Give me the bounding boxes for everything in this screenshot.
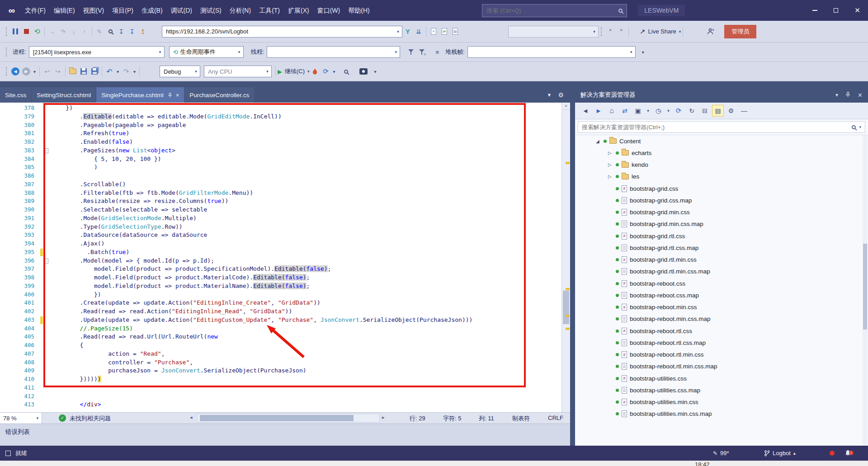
add-user-button[interactable] [705, 26, 716, 38]
indent-mode[interactable]: 制表符 [512, 414, 530, 423]
tree-file-row[interactable]: bootstrap-reboot.min.css.map [575, 313, 863, 325]
redo-navigation-button[interactable]: ↪ [52, 66, 63, 77]
tree-file-row[interactable]: bootstrap-grid.min.css.map [575, 218, 863, 230]
download-all-button[interactable]: ↧ [127, 26, 137, 38]
code-line[interactable]: 409 purchaseJson = JsonConvert.Serialize… [0, 367, 561, 375]
panel-splitter[interactable] [570, 81, 575, 446]
chevron-down-icon[interactable]: ▾ [859, 125, 861, 129]
pending-changes-filter-button[interactable]: ◷ [652, 105, 664, 117]
tab-options-button[interactable]: ⚙ [558, 91, 564, 99]
document-tab[interactable]: SettingStruct.cshtml [32, 87, 96, 103]
lifecycle-combobox[interactable]: ⟲ 生命周期事件 ▾ [169, 46, 244, 58]
menu-item[interactable]: 帮助(H) [344, 0, 373, 21]
scroll-right-button[interactable]: ▸ [382, 414, 385, 420]
document-outline-button[interactable]: ≡ [428, 26, 439, 38]
editor-vertical-scrollbar[interactable]: ≡ [561, 103, 570, 412]
expander-collapsed-icon[interactable]: ▷ [608, 151, 616, 155]
refresh-button[interactable]: ⟳ [321, 66, 331, 77]
stop-button[interactable] [21, 26, 32, 38]
intellitrace-button[interactable]: Y [402, 26, 413, 38]
menu-item[interactable]: 扩展(X) [284, 0, 313, 21]
fold-collapse-button[interactable]: - [43, 259, 48, 264]
code-line[interactable]: 406 { [0, 341, 561, 350]
code-line[interactable]: 379 .Editable(editable => editable.Mode(… [0, 113, 561, 121]
tree-scrollbar[interactable] [863, 135, 868, 445]
tree-file-row[interactable]: bootstrap-utilities.min.css.map [575, 408, 863, 420]
filtered-view-dropdown[interactable]: ▾ [645, 105, 651, 117]
close-tab-button[interactable]: × [176, 92, 179, 99]
toolbar-grip[interactable] [601, 27, 603, 36]
document-tab[interactable]: PurchaseController.cs [184, 87, 254, 103]
show-next-statement-button[interactable]: → [47, 26, 57, 38]
sort-button[interactable]: ⇊ [413, 26, 424, 38]
new-filtered-view-button[interactable]: ▣ [632, 105, 644, 117]
tree-folder-row[interactable]: ▷les [575, 171, 863, 183]
pin-tab-button[interactable] [168, 93, 172, 98]
tree-folder-row[interactable]: ▷echarts [575, 147, 863, 159]
menu-item[interactable]: 测试(S) [196, 0, 226, 21]
code-line[interactable]: 382 .Enabled(false) [0, 138, 561, 146]
undo-button[interactable]: ↶ [104, 66, 115, 77]
chevron-down-icon[interactable]: ▾ [627, 50, 635, 54]
tree-folder-row[interactable]: ▷kendo [575, 159, 863, 171]
tree-file-row[interactable]: #bootstrap-reboot.min.css [575, 301, 863, 313]
filter-button[interactable] [406, 46, 416, 58]
code-line[interactable]: 391 .Mode(GridSelectionMode.Multiple) [0, 214, 561, 223]
code-line[interactable]: 390 .Selectable(selectable => selectable [0, 206, 561, 214]
refresh-dropdown[interactable]: ▾ [331, 66, 337, 77]
stack-frames-button[interactable]: ≡ [432, 46, 443, 58]
code-line[interactable]: 394 .Ajax() [0, 240, 561, 248]
restart-button[interactable]: ⟲ [32, 26, 42, 38]
check-in-button[interactable]: ↥ [137, 26, 148, 38]
save-button[interactable] [78, 66, 89, 77]
pin-button[interactable] [845, 92, 850, 99]
tree-file-row[interactable]: bootstrap-reboot.rtl.css.map [575, 337, 863, 348]
tree-file-row[interactable]: #bootstrap-grid.css [575, 183, 863, 194]
toolbar-overflow-button[interactable]: ▾ [640, 46, 646, 58]
tree-file-row[interactable]: bootstrap-utilities.css.map [575, 384, 863, 396]
scrollbar-thumb[interactable] [563, 291, 569, 324]
expander-collapsed-icon[interactable]: ▷ [608, 162, 616, 167]
code-line[interactable]: 399 model.Field(product => product.Mater… [0, 282, 561, 291]
code-line[interactable]: 384 { 5, 10, 20, 100 }) [0, 155, 561, 164]
tree-file-row[interactable]: bootstrap-grid.rtl.css.map [575, 242, 863, 254]
save-all-button[interactable] [89, 66, 100, 77]
properties-button[interactable]: ⚙ [725, 105, 737, 117]
quote-open-button[interactable]: ” [605, 26, 616, 38]
platform-combobox[interactable]: Any CPU ▾ [204, 66, 272, 77]
tree-file-row[interactable]: #bootstrap-grid.rtl.css [575, 230, 863, 242]
solution-search-input[interactable] [582, 124, 852, 131]
tree-file-row[interactable]: #bootstrap-grid.min.css [575, 207, 863, 218]
close-panel-button[interactable]: ✕ [858, 92, 863, 99]
step-out-button[interactable]: ↑ [79, 26, 90, 38]
redo-dropdown[interactable]: ▾ [132, 66, 137, 77]
admin-button[interactable]: 管理员 [724, 25, 756, 38]
code-line[interactable]: 401 .Create(update => update.Action("Edi… [0, 299, 561, 307]
scrollbar-thumb[interactable] [200, 415, 354, 421]
code-line[interactable]: 400 }) [0, 291, 561, 299]
thread-combobox[interactable]: ▾ [267, 46, 400, 58]
preview-selected-button[interactable]: — [738, 105, 750, 117]
forward-button[interactable]: ► [593, 105, 604, 117]
pending-filter-dropdown[interactable]: ▾ [665, 105, 671, 117]
menu-item[interactable]: 视图(V) [79, 0, 108, 21]
code-line[interactable]: 407 action = "Read", [0, 350, 561, 358]
hot-reload-button[interactable] [310, 66, 321, 77]
code-line[interactable]: 392 .Type(GridSelectionType.Row)) [0, 223, 561, 231]
live-share-button[interactable]: ↗ Live Share ▾ [640, 26, 681, 38]
pending-changes-button[interactable]: ✎ 99* [713, 446, 729, 461]
code-line[interactable]: 388 .Filterable(ftb => ftb.Mode(GridFilt… [0, 189, 561, 198]
menu-item[interactable]: 项目(P) [108, 0, 137, 21]
navigate-forward-button[interactable]: ▶ [21, 66, 32, 77]
expander-collapsed-icon[interactable]: ▷ [608, 174, 616, 179]
document-tab[interactable]: Site.css [0, 87, 31, 103]
repository-button[interactable]: Logbot ▴ [764, 446, 796, 461]
tree-file-row[interactable]: #bootstrap-reboot.rtl.min.css [575, 349, 863, 361]
close-button[interactable]: ✕ [847, 0, 868, 21]
pause-button[interactable] [10, 26, 21, 38]
chevron-down-icon[interactable]: ▾ [192, 69, 200, 74]
navigation-dropdown[interactable]: ▾ [32, 66, 38, 77]
show-all-files-button[interactable]: ▤ [712, 105, 724, 117]
code-line[interactable]: 396- .Model(model => { model.Id(p => p.I… [0, 257, 561, 265]
tab-list-button[interactable]: ▼ [547, 92, 552, 98]
